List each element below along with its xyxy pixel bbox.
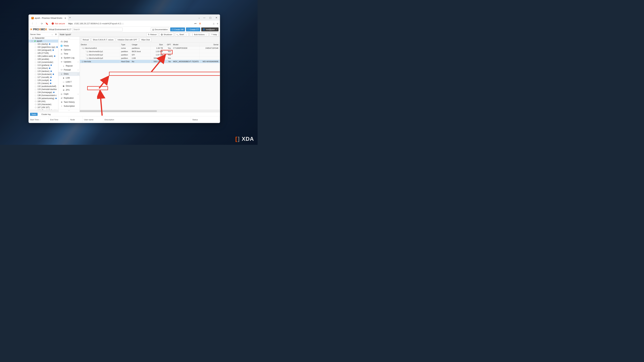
new-tab-button[interactable]: + — [68, 16, 72, 19]
menu-item-lvm[interactable]: ■LVM — [58, 76, 80, 80]
menu-icon: ≣ — [60, 101, 63, 103]
tree-guest[interactable]: ⬚109 (ansible) — [29, 58, 58, 61]
disk-row[interactable]: └⌸/dev/nvme0n1p2partitionEFI1.07 GBYes — [80, 53, 220, 56]
menu-item-firewall[interactable]: 🛡Firewall▸ — [58, 68, 80, 72]
col-status[interactable]: Status — [191, 116, 220, 123]
col-gpt[interactable]: GPT — [164, 43, 172, 46]
tree-guest[interactable]: 🖵100 (HA) — [29, 100, 58, 103]
col-usage[interactable]: Usage — [131, 43, 150, 46]
smart-values-button[interactable]: Show S.M.A.R.T. values — [91, 38, 115, 41]
window-minimize-button[interactable]: — — [202, 15, 207, 20]
menu-icon: □ — [62, 81, 65, 83]
menu-item-repositories[interactable]: ⇣Reposit — [58, 64, 80, 68]
tabs-dropdown-icon[interactable]: ⌄ — [198, 16, 200, 19]
tree-guest[interactable]: ⬚133 (heimdall-dashbo — [29, 88, 58, 91]
menu-item-dns[interactable]: 🗔DNS — [58, 40, 80, 44]
tree-guest[interactable]: ⬚128 (cockpit) — [29, 79, 58, 82]
menu-scroll-up[interactable]: ︿ — [58, 37, 80, 40]
tree-guest[interactable]: ⬚101 (dashy) — [29, 42, 58, 45]
tree-guest[interactable]: ⬚139 (adventurelog) — [29, 97, 58, 100]
menu-item-task-history[interactable]: ≣Task History — [58, 100, 80, 104]
tree-guest[interactable]: ⬚136 (homeassistant-c — [29, 94, 58, 97]
menu-item-lvm-thin[interactable]: □LVM-T — [58, 80, 80, 84]
menu-scroll-down[interactable]: ﹀ — [58, 109, 80, 112]
col-end-time[interactable]: End Time — [49, 116, 69, 123]
wipe-disk-button[interactable]: Wipe Disk — [140, 38, 152, 41]
tree-hscroll[interactable] — [29, 110, 58, 112]
nav-reload-icon[interactable]: ⟳ — [40, 22, 44, 25]
tree-guest[interactable]: ⬚115 (tandoor) — [29, 70, 58, 73]
create-vm-button[interactable]: 🖵Create VM — [170, 27, 185, 31]
menu-item-replication[interactable]: ⇄Replication — [58, 96, 80, 100]
bookmark-icon[interactable]: 🔖 — [46, 22, 48, 25]
shutdown-button[interactable]: ⏻Shutdown — [159, 33, 174, 36]
tree-guest[interactable]: ⬚124 (bookstack) — [29, 73, 58, 76]
menu-item-subscription[interactable]: ✧Subscription — [58, 104, 80, 108]
disk-row[interactable]: ▾⌸/dev/nvme0n1nvmepartitions1.00 TBYesCT… — [80, 46, 220, 50]
tab-cluster-log[interactable]: Cluster log — [40, 113, 52, 116]
menu-icon[interactable]: ≡ — [217, 22, 218, 25]
help-button[interactable]: ?Help — [210, 33, 218, 36]
col-user[interactable]: User name — [83, 116, 103, 123]
tree-guest[interactable]: ⬚105 (CT105) — [29, 52, 58, 55]
menu-item-hosts[interactable]: 🌐Hosts — [58, 44, 80, 48]
shell-button[interactable]: >_Shell⌄ — [175, 33, 189, 36]
nav-forward-icon[interactable]: 〉 — [36, 22, 38, 25]
tree-guest[interactable]: ⬚106 (calibre-web) — [29, 55, 58, 58]
tree-node-ayush[interactable]: ▾🖳ayush — [29, 39, 58, 42]
tree-guest[interactable]: ⬚134 (homepage) — [29, 91, 58, 94]
disk-row[interactable]: └⌸/dev/nvme0n1p1partitionBIOS boot1.03 M… — [80, 50, 220, 53]
brave-shield-icon[interactable]: ⛨ — [199, 22, 201, 25]
menu-item-time[interactable]: ◷Time — [58, 52, 80, 56]
view-selector[interactable]: Server View⌄ — [29, 33, 54, 36]
tree-datacenter[interactable]: ▾≣Datacenter — [29, 36, 58, 39]
music-icon[interactable]: ♫ — [213, 22, 214, 25]
col-description[interactable]: Description — [103, 116, 191, 123]
col-start-time[interactable]: Start Time↓ — [29, 116, 49, 123]
create-ct-button[interactable]: ⬚Create CT — [186, 27, 200, 31]
col-device[interactable]: Device — [80, 43, 120, 46]
search-input[interactable]: Search — [72, 28, 122, 31]
menu-item-directory[interactable]: 🖿Directo — [58, 84, 80, 88]
tree-guest[interactable]: ⬚102 (paperless-ngx) — [29, 45, 58, 49]
tree-guest[interactable]: ⬚131 (casaos) — [29, 82, 58, 85]
tab-close-icon[interactable]: ✕ — [64, 17, 66, 19]
user-menu-button[interactable]: 👤root@pam⌄ — [201, 27, 218, 31]
disk-row[interactable]: └⌸/dev/nvme0n1p3partitionLVM999.13 GBYes — [80, 56, 220, 60]
reboot-button[interactable]: ↻Reboot — [146, 33, 158, 36]
reload-button[interactable]: Reload — [81, 38, 90, 41]
window-maximize-button[interactable]: ▢ — [208, 15, 213, 20]
menu-item-zfs[interactable]: ⊞ZFS — [58, 88, 80, 92]
col-node[interactable]: Node — [69, 116, 83, 123]
tree-guest[interactable]: ⬚114 (trilium) — [29, 67, 58, 70]
disk-hscroll[interactable] — [80, 110, 220, 112]
menu-item-ceph[interactable]: ◎Ceph▸ — [58, 92, 80, 96]
tree-guest[interactable]: 🖵103 (Harvester) — [29, 103, 58, 106]
browser-tab[interactable]: ayush - Proxmox Virtual Enviro ✕ — [30, 15, 68, 21]
col-type[interactable]: Type — [120, 43, 131, 46]
col-model[interactable]: Model — [172, 43, 200, 46]
bulk-actions-button[interactable]: ⋮Bulk Actions⌄ — [190, 33, 208, 36]
tree-guest[interactable]: ⬚127 (nocodb) — [29, 76, 58, 79]
init-gpt-button[interactable]: Initialize Disk with GPT — [116, 38, 139, 41]
address-field[interactable]: ! Not secure https://192.168.29.227:8006… — [50, 21, 192, 26]
tree-guest[interactable]: ⬚132 (audiobookshelf) — [29, 85, 58, 88]
nav-back-icon[interactable]: 〈 — [30, 22, 33, 25]
tree-guest[interactable]: 🖵108 (TrueNAS Scale) — [29, 109, 58, 110]
tree-guest[interactable]: ⬚104 (wireguard) — [29, 49, 58, 52]
menu-item-options[interactable]: ⚙Options — [58, 48, 80, 52]
share-icon[interactable]: ⮫ — [194, 22, 196, 25]
tab-tasks[interactable]: Tasks — [30, 113, 38, 116]
menu-item-disks[interactable]: ⌸Disks▸ — [58, 72, 80, 76]
col-serial[interactable]: Serial — [200, 43, 220, 46]
disk-row[interactable]: ⌸/dev/sdaHard DiskNo500.11 GBNoWDC_WD500… — [80, 60, 220, 63]
tree-guest[interactable]: 🖵107 (VM 107) — [29, 106, 58, 109]
documentation-button[interactable]: 🕮Documentation — [151, 27, 169, 31]
tree-guest[interactable]: ⬚110 (zoneminder) — [29, 61, 58, 64]
tree-guest[interactable]: ⬚113 (grafana) — [29, 64, 58, 67]
tree-settings-icon[interactable]: ⚙ — [54, 33, 58, 35]
menu-item-updates[interactable]: ⟳Updates▸ — [58, 60, 80, 64]
window-close-button[interactable]: ✕ — [214, 15, 219, 20]
menu-item-system-log[interactable]: ≣System Log — [58, 56, 80, 60]
col-size[interactable]: Size — [150, 43, 164, 46]
